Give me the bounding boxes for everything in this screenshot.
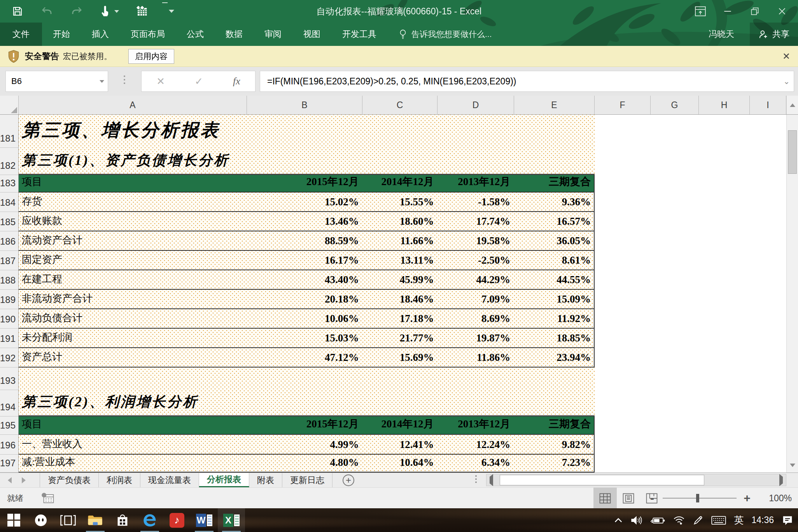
cell-D185[interactable]: 17.74% bbox=[437, 212, 514, 231]
cell-C195[interactable]: 2014年12月 bbox=[362, 416, 437, 434]
row-header-193[interactable]: 193 bbox=[0, 368, 18, 390]
hscroll-right-icon[interactable] bbox=[779, 477, 783, 484]
sheet-tab-1[interactable]: 利润表 bbox=[99, 473, 140, 487]
enable-content-button[interactable]: 启用内容 bbox=[128, 49, 174, 64]
touch-keyboard-icon[interactable] bbox=[711, 515, 726, 525]
minimize-icon[interactable] bbox=[714, 0, 741, 23]
cell-D195[interactable]: 2013年12月 bbox=[437, 416, 514, 434]
zoom-slider-thumb[interactable] bbox=[696, 494, 699, 502]
cell-D186[interactable]: 19.58% bbox=[437, 231, 514, 250]
cell-B187[interactable]: 16.17% bbox=[247, 251, 362, 270]
page-layout-view-icon[interactable] bbox=[617, 488, 640, 509]
ribbon-tab-4[interactable]: 公式 bbox=[176, 23, 215, 46]
ribbon-tab-3[interactable]: 页面布局 bbox=[120, 23, 176, 46]
cell-B186[interactable]: 88.59% bbox=[247, 231, 362, 250]
new-sheet-button[interactable]: + bbox=[343, 474, 354, 486]
input-language[interactable]: 英 bbox=[734, 514, 744, 527]
cell-A192[interactable]: 资产总计 bbox=[19, 348, 247, 367]
vertical-scrollbar[interactable] bbox=[786, 115, 798, 472]
column-header-F[interactable]: F bbox=[595, 96, 651, 114]
sheet-tab-5[interactable]: 更新日志 bbox=[282, 473, 332, 487]
cell-B190[interactable]: 10.06% bbox=[247, 309, 362, 328]
word-button[interactable]: W bbox=[191, 508, 218, 532]
cell-B191[interactable]: 15.03% bbox=[247, 329, 362, 347]
column-header-I[interactable]: I bbox=[750, 96, 786, 114]
clock[interactable]: 14:36 bbox=[751, 515, 774, 525]
file-explorer-button[interactable] bbox=[82, 508, 109, 532]
cell-D196[interactable]: 12.24% bbox=[437, 435, 514, 454]
column-header-G[interactable]: G bbox=[651, 96, 699, 114]
column-header-A[interactable]: A bbox=[19, 96, 247, 114]
zoom-out-icon[interactable]: - bbox=[646, 492, 658, 505]
column-header-H[interactable]: H bbox=[699, 96, 750, 114]
cell-C187[interactable]: 13.11% bbox=[362, 251, 437, 270]
excel-button[interactable]: X bbox=[218, 508, 245, 532]
cell-D187[interactable]: -2.50% bbox=[437, 251, 514, 270]
cell-B189[interactable]: 20.18% bbox=[247, 290, 362, 308]
ribbon-tab-0[interactable]: 文件 bbox=[0, 23, 42, 46]
ribbon-tab-7[interactable]: 视图 bbox=[292, 23, 331, 46]
edge-button[interactable] bbox=[136, 508, 163, 532]
cell-A183[interactable]: 项目 bbox=[19, 175, 247, 192]
cell-C188[interactable]: 45.99% bbox=[362, 270, 437, 289]
cell-D189[interactable]: 7.09% bbox=[437, 290, 514, 308]
row-header-187[interactable]: 187 bbox=[0, 251, 18, 270]
cell-A186[interactable]: 流动资产合计 bbox=[19, 231, 247, 250]
sheet-tab-overflow[interactable] bbox=[475, 475, 477, 483]
hidden-icons-icon[interactable] bbox=[614, 518, 623, 523]
cancel-icon[interactable]: ✕ bbox=[156, 75, 165, 88]
macro-record-icon[interactable] bbox=[41, 492, 54, 504]
cell-D192[interactable]: 11.86% bbox=[437, 348, 514, 367]
row-header-190[interactable]: 190 bbox=[0, 309, 18, 329]
cell-E183[interactable]: 三期复合 bbox=[513, 175, 594, 192]
ribbon-tab-8[interactable]: 开发工具 bbox=[331, 23, 387, 46]
cell-A196[interactable]: 一、营业收入 bbox=[19, 435, 247, 454]
sheet-tab-4[interactable]: 附表 bbox=[249, 473, 282, 487]
name-box[interactable]: B6 bbox=[5, 71, 108, 92]
ribbon-display-options-icon[interactable] bbox=[687, 0, 714, 23]
row-header-182[interactable]: 182 bbox=[0, 148, 18, 175]
cell-E196[interactable]: 9.82% bbox=[513, 435, 594, 454]
task-view-button[interactable] bbox=[54, 508, 82, 532]
cell-E188[interactable]: 44.55% bbox=[513, 270, 594, 289]
row-header-188[interactable]: 188 bbox=[0, 270, 18, 290]
sheet-tab-2[interactable]: 现金流量表 bbox=[140, 473, 199, 487]
warning-close-icon[interactable]: ✕ bbox=[782, 51, 790, 62]
cell-E185[interactable]: 16.57% bbox=[513, 212, 594, 231]
formula-bar-expand-icon[interactable]: ⌄ bbox=[783, 77, 790, 86]
row-header-181[interactable]: 181 bbox=[0, 115, 18, 148]
cell-B196[interactable]: 4.99% bbox=[247, 435, 362, 454]
ribbon-tab-2[interactable]: 插入 bbox=[81, 23, 120, 46]
cell-A195[interactable]: 项目 bbox=[19, 416, 247, 434]
cell-E197[interactable]: 7.23% bbox=[513, 455, 594, 472]
sheet-prev-icon[interactable] bbox=[8, 477, 12, 483]
ribbon-tab-1[interactable]: 开始 bbox=[42, 23, 81, 46]
cell-B192[interactable]: 47.12% bbox=[247, 348, 362, 367]
cell-D191[interactable]: 19.87% bbox=[437, 329, 514, 347]
row-header-184[interactable]: 184 bbox=[0, 192, 18, 212]
netease-music-button[interactable]: ♪ bbox=[163, 508, 191, 532]
cell-A189[interactable]: 非流动资产合计 bbox=[19, 290, 247, 308]
row-header-195[interactable]: 195 bbox=[0, 416, 18, 435]
cell-D197[interactable]: 6.34% bbox=[437, 455, 514, 472]
horizontal-scrollbar[interactable] bbox=[486, 474, 786, 486]
pen-icon[interactable] bbox=[693, 515, 704, 526]
sheet-tab-3[interactable]: 分析报表 bbox=[199, 473, 249, 487]
scrollbar-down-arrow[interactable] bbox=[787, 458, 798, 472]
ribbon-tab-6[interactable]: 审阅 bbox=[254, 23, 292, 46]
zoom-percent[interactable]: 100% bbox=[762, 493, 792, 504]
cell-A182[interactable]: 第三项(1)、资产负债增长分析 bbox=[19, 148, 595, 174]
cell-E189[interactable]: 15.09% bbox=[513, 290, 594, 308]
cell-A194[interactable]: 第三项(2)、利润增长分析 bbox=[19, 390, 595, 415]
name-box-dropdown-icon[interactable] bbox=[96, 80, 108, 83]
cell-B185[interactable]: 13.46% bbox=[247, 212, 362, 231]
user-name[interactable]: 冯晓天 bbox=[709, 28, 734, 40]
cell-C197[interactable]: 10.64% bbox=[362, 455, 437, 472]
cell-D184[interactable]: -1.58% bbox=[437, 192, 514, 211]
cell-A184[interactable]: 存货 bbox=[19, 192, 247, 211]
row-header-191[interactable]: 191 bbox=[0, 329, 18, 348]
cell-B184[interactable]: 15.02% bbox=[247, 192, 362, 211]
cell-E191[interactable]: 18.85% bbox=[513, 329, 594, 347]
cell-C189[interactable]: 18.46% bbox=[362, 290, 437, 308]
row-header-196[interactable]: 196 bbox=[0, 435, 18, 455]
